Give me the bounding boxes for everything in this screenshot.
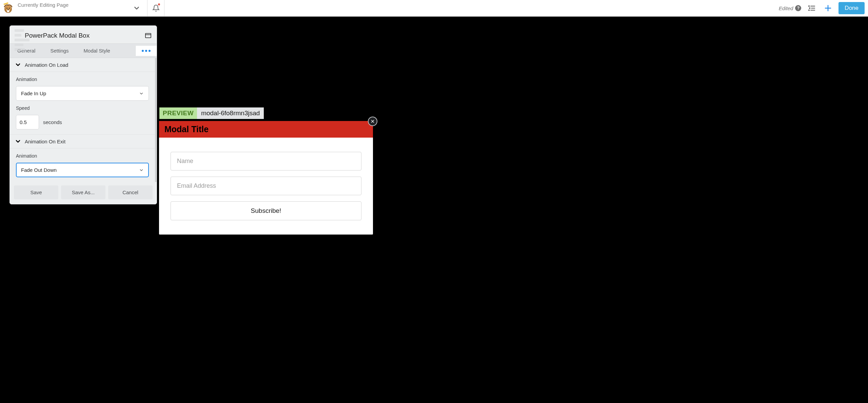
- chevron-down-icon: [15, 61, 21, 68]
- chevron-down-icon: [15, 138, 21, 145]
- svg-point-6: [7, 9, 9, 10]
- cancel-button[interactable]: Cancel: [108, 185, 153, 199]
- chevron-down-icon[interactable]: [130, 4, 144, 12]
- svg-point-8: [809, 6, 809, 6]
- preview-badge: PREVIEW: [159, 107, 197, 119]
- modal-preview: Modal Title Subscribe!: [159, 121, 373, 235]
- select-value: Fade In Up: [21, 90, 46, 96]
- chevron-down-icon: [139, 168, 144, 173]
- notification-dot-icon: [158, 3, 160, 5]
- panel-header: PowerPack Modal Box: [10, 26, 157, 43]
- preview-tag: PREVIEW modal-6fo8rmn3jsad: [159, 107, 264, 119]
- done-button[interactable]: Done: [839, 2, 865, 14]
- preview-id: modal-6fo8rmn3jsad: [197, 107, 264, 119]
- panel-drag-handle-icon[interactable]: [15, 29, 29, 51]
- edited-status: Edited ?: [779, 5, 802, 11]
- panel-tabs: General Settings Modal Style: [10, 43, 157, 58]
- app-logo-icon[interactable]: [2, 2, 14, 14]
- section-title: Animation On Exit: [25, 139, 65, 144]
- modal-close-button[interactable]: [368, 117, 377, 126]
- exit-animation-select[interactable]: Fade Out Down: [16, 163, 149, 177]
- topbar-right: Edited ? Done: [775, 0, 868, 16]
- name-input[interactable]: [171, 152, 361, 170]
- animation-select[interactable]: Fade In Up: [16, 86, 149, 101]
- notifications-button[interactable]: [147, 0, 164, 16]
- speed-input[interactable]: [16, 115, 39, 129]
- section-animation-on-load[interactable]: Animation On Load: [10, 58, 155, 72]
- save-as-button[interactable]: Save As...: [61, 185, 105, 199]
- svg-point-5: [9, 7, 10, 8]
- svg-point-4: [6, 7, 7, 8]
- help-icon[interactable]: ?: [795, 5, 801, 11]
- svg-point-12: [809, 10, 809, 11]
- modal-title: Modal Title: [159, 121, 373, 138]
- select-value: Fade Out Down: [21, 167, 57, 173]
- svg-rect-3: [7, 11, 9, 12]
- topbar: Currently Editing Page Edited ? Done: [0, 0, 868, 17]
- subscribe-button[interactable]: Subscribe!: [171, 201, 361, 220]
- settings-panel: PowerPack Modal Box General Settings Mod…: [9, 25, 157, 204]
- field-load-animation: Animation Fade In Up: [10, 72, 155, 105]
- edited-label-text: Edited: [779, 5, 793, 11]
- outline-list-icon[interactable]: [806, 2, 817, 14]
- tab-overflow-button[interactable]: [135, 46, 157, 56]
- section-title: Animation On Load: [25, 62, 68, 68]
- topbar-left: Currently Editing Page: [0, 0, 147, 16]
- svg-point-10: [809, 8, 810, 8]
- save-button[interactable]: Save: [14, 185, 58, 199]
- field-load-speed: Speed seconds: [10, 105, 155, 134]
- speed-unit: seconds: [43, 119, 62, 125]
- expand-window-icon[interactable]: [145, 33, 151, 38]
- modal-body: Subscribe!: [159, 138, 373, 235]
- tab-settings[interactable]: Settings: [43, 44, 76, 58]
- tab-modal-style[interactable]: Modal Style: [76, 44, 118, 58]
- email-input[interactable]: [171, 177, 361, 195]
- svg-rect-16: [145, 34, 151, 38]
- field-label: Animation: [16, 77, 149, 82]
- page-title: Currently Editing Page: [18, 0, 130, 8]
- add-button[interactable]: [822, 2, 834, 14]
- field-label: Speed: [16, 105, 149, 111]
- field-exit-animation: Animation Fade Out Down: [10, 148, 155, 182]
- chevron-down-icon: [139, 91, 144, 96]
- section-animation-on-exit[interactable]: Animation On Exit: [10, 134, 155, 148]
- field-label: Animation: [16, 153, 149, 159]
- panel-body: Animation On Load Animation Fade In Up S…: [10, 58, 157, 182]
- panel-title: PowerPack Modal Box: [25, 32, 90, 39]
- more-dots-icon: [142, 50, 151, 52]
- panel-footer: Save Save As... Cancel: [10, 182, 157, 204]
